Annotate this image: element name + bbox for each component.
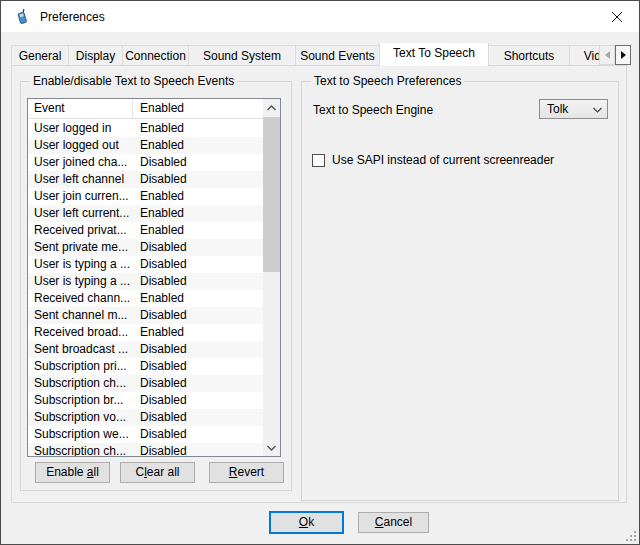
tab-connection[interactable]: Connection: [122, 45, 189, 66]
scrollbar-thumb[interactable]: [263, 117, 280, 272]
enabled-cell: Disabled: [133, 341, 263, 358]
event-cell: Received privat...: [28, 222, 133, 239]
events-group-title: Enable/disable Text to Speech Events: [30, 74, 237, 88]
table-row[interactable]: Received broad...Enabled: [28, 324, 263, 341]
arrow-right-icon: [621, 51, 626, 59]
label-part: ancel: [383, 515, 412, 529]
label-part: k: [308, 515, 314, 529]
tts-engine-select[interactable]: Tolk: [539, 99, 608, 119]
table-row[interactable]: User logged inEnabled: [28, 120, 263, 137]
label-part: ll: [94, 465, 99, 479]
enabled-cell: Disabled: [133, 375, 263, 392]
tab-scroll-right-button[interactable]: [615, 45, 631, 65]
table-row[interactable]: Subscription br...Disabled: [28, 392, 263, 409]
event-cell: Sent broadcast ...: [28, 341, 133, 358]
label-part: Enable: [46, 465, 87, 479]
table-row[interactable]: Received chann...Enabled: [28, 290, 263, 307]
ok-button[interactable]: Ok: [269, 511, 344, 534]
table-row[interactable]: Sent private me...Disabled: [28, 239, 263, 256]
event-cell: Subscription ch...: [28, 375, 133, 392]
enable-all-button[interactable]: Enable all: [35, 462, 110, 483]
enabled-cell: Disabled: [133, 154, 263, 171]
table-row[interactable]: User left channelDisabled: [28, 171, 263, 188]
sapi-checkbox-label: Use SAPI instead of current screenreader: [332, 153, 554, 167]
tab-shortcuts[interactable]: Shortcuts: [488, 45, 570, 66]
preferences-dialog: Preferences GeneralDisplayConnectionSoun…: [0, 0, 640, 545]
event-cell: Sent private me...: [28, 239, 133, 256]
close-icon: [612, 12, 622, 22]
enabled-cell: Enabled: [133, 324, 263, 341]
tab-video[interactable]: Video: [569, 45, 599, 66]
event-list-rows: User logged inEnabledUser logged outEnab…: [28, 120, 263, 456]
enabled-cell: Disabled: [133, 409, 263, 426]
label-part: evert: [237, 465, 264, 479]
event-cell: Subscription br...: [28, 392, 133, 409]
event-cell: User left channel: [28, 171, 133, 188]
tab-page-text-to-speech: Enable/disable Text to Speech Events Eve…: [11, 65, 627, 503]
enabled-cell: Enabled: [133, 137, 263, 154]
table-row[interactable]: Sent broadcast ...Disabled: [28, 341, 263, 358]
scroll-down-button[interactable]: [263, 439, 280, 456]
table-row[interactable]: Subscription vo...Disabled: [28, 409, 263, 426]
events-groupbox: Enable/disable Text to Speech Events Eve…: [20, 81, 292, 491]
chevron-down-icon: [267, 445, 276, 451]
enabled-cell: Disabled: [133, 392, 263, 409]
label-part: ear all: [147, 465, 180, 479]
event-cell: Subscription ch...: [28, 443, 133, 456]
cancel-button[interactable]: Cancel: [358, 512, 429, 533]
event-list-scrollbar[interactable]: [263, 99, 280, 456]
revert-button[interactable]: Revert: [209, 462, 284, 483]
enabled-cell: Disabled: [133, 358, 263, 375]
event-cell: Subscription pri...: [28, 358, 133, 375]
tts-engine-value: Tolk: [547, 102, 568, 116]
tab-text-to-speech[interactable]: Text To Speech: [379, 43, 489, 66]
tab-sound-system[interactable]: Sound System: [188, 45, 296, 66]
table-row[interactable]: User joined cha...Disabled: [28, 154, 263, 171]
event-cell: Received broad...: [28, 324, 133, 341]
enabled-cell: Disabled: [133, 171, 263, 188]
table-row[interactable]: Subscription pri...Disabled: [28, 358, 263, 375]
column-header-enabled[interactable]: Enabled: [133, 99, 263, 118]
event-list-header: Event Enabled: [28, 99, 263, 119]
sapi-checkbox[interactable]: [312, 154, 325, 167]
table-row[interactable]: Sent channel m...Disabled: [28, 307, 263, 324]
event-cell: Sent channel m...: [28, 307, 133, 324]
tab-strip: GeneralDisplayConnectionSound SystemSoun…: [11, 43, 599, 66]
event-cell: User left current...: [28, 205, 133, 222]
close-button[interactable]: [594, 1, 639, 32]
tab-general[interactable]: General: [11, 45, 69, 66]
label-part: C: [135, 465, 144, 479]
resize-grip-icon[interactable]: [626, 531, 637, 542]
table-row[interactable]: Subscription ch...Disabled: [28, 375, 263, 392]
event-cell: User joined cha...: [28, 154, 133, 171]
tab-scroll-left-button[interactable]: [599, 45, 615, 65]
table-row[interactable]: Subscription we...Disabled: [28, 426, 263, 443]
sapi-checkbox-row: Use SAPI instead of current screenreader: [312, 153, 554, 167]
scroll-up-button[interactable]: [263, 99, 280, 116]
event-cell: User is typing a ...: [28, 273, 133, 290]
table-row[interactable]: Subscription ch...Disabled: [28, 443, 263, 456]
event-cell: Subscription we...: [28, 426, 133, 443]
titlebar: Preferences: [1, 1, 639, 32]
enabled-cell: Enabled: [133, 222, 263, 239]
enabled-cell: Disabled: [133, 307, 263, 324]
column-header-event[interactable]: Event: [28, 99, 133, 118]
enabled-cell: Enabled: [133, 290, 263, 307]
event-list: Event Enabled User logged inEnabledUser …: [27, 98, 281, 457]
event-cell: User logged out: [28, 137, 133, 154]
table-row[interactable]: User is typing a ...Disabled: [28, 256, 263, 273]
tts-preferences-title: Text to Speech Preferences: [311, 74, 464, 88]
tab-sound-events[interactable]: Sound Events: [295, 45, 380, 66]
event-cell: User join curren...: [28, 188, 133, 205]
tts-preferences-groupbox: Text to Speech Preferences Text to Speec…: [301, 81, 619, 501]
chevron-up-icon: [267, 105, 276, 111]
enabled-cell: Enabled: [133, 205, 263, 222]
table-row[interactable]: Received privat...Enabled: [28, 222, 263, 239]
tab-display[interactable]: Display: [68, 45, 123, 66]
clear-all-button[interactable]: Clear all: [120, 462, 195, 483]
table-row[interactable]: User logged outEnabled: [28, 137, 263, 154]
table-row[interactable]: User is typing a ...Disabled: [28, 273, 263, 290]
enabled-cell: Disabled: [133, 256, 263, 273]
table-row[interactable]: User join curren...Enabled: [28, 188, 263, 205]
table-row[interactable]: User left current...Enabled: [28, 205, 263, 222]
